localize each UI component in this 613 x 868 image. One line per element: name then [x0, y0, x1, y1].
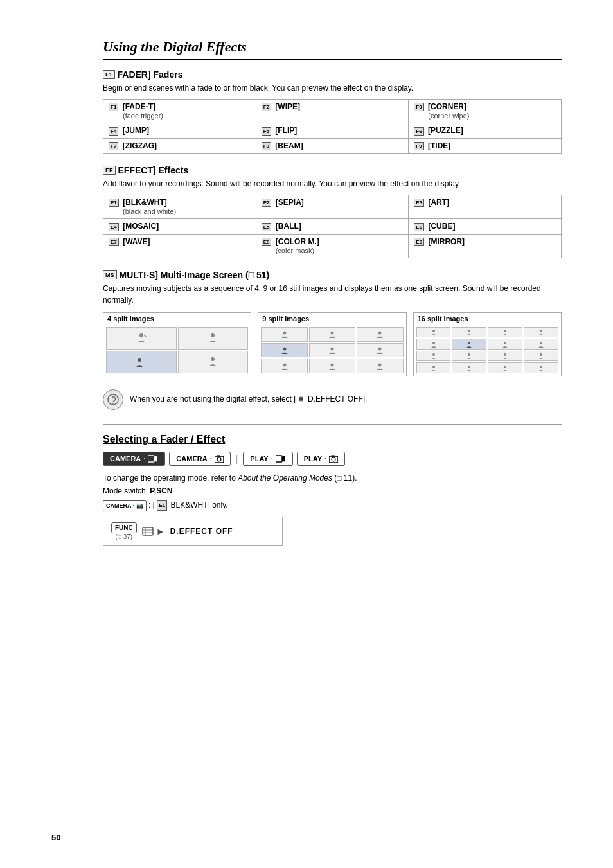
camera-video-btn[interactable]: CAMERA · — [103, 452, 165, 466]
split-cell — [524, 339, 558, 350]
svg-point-40 — [332, 457, 335, 461]
split-9-grid — [258, 324, 405, 376]
page-number: 50 — [51, 833, 60, 842]
func-display-icon — [142, 526, 154, 537]
play-photo-label: PLAY — [304, 455, 322, 463]
fader-label-4: [JUMP] — [123, 126, 149, 135]
svg-point-0 — [139, 333, 143, 337]
effect-icon-4: E4 — [109, 223, 119, 231]
split-16-title: 16 split images — [414, 313, 561, 324]
svg-point-6 — [330, 332, 333, 335]
page-title: Using the Digital Effects — [103, 39, 562, 55]
svg-point-16 — [504, 330, 506, 332]
camera-photo-btn[interactable]: CAMERA · — [169, 452, 230, 466]
split-cell — [416, 362, 451, 373]
fader-icon-9: F9 — [414, 142, 423, 150]
effect-sublabel-1: (black and white) — [109, 208, 176, 215]
svg-rect-32 — [148, 456, 154, 462]
fader-desc: Begin or end scenes with a fade to or fr… — [103, 82, 562, 94]
effect-title-text: EFFECT] Effects — [118, 165, 189, 175]
page: Using the Digital Effects F1 FADER] Fade… — [0, 0, 613, 868]
multi-s-title: MS MULTI-S] Multi-Image Screen (□ 51) — [103, 270, 562, 280]
svg-point-3 — [138, 358, 141, 362]
table-row: E7 [WAVE] E8 [COLOR M.] (color mask) E9 … — [103, 234, 562, 258]
camera-video-suffix: · — [143, 455, 145, 463]
fader-label-8: [BEAM] — [275, 141, 303, 150]
svg-point-2 — [211, 333, 215, 337]
note-icon — [103, 389, 123, 410]
fader-icon-5: F5 — [262, 127, 271, 136]
svg-point-21 — [540, 342, 542, 344]
svg-point-26 — [432, 366, 435, 368]
effect-icon: EF — [103, 166, 116, 175]
effect-item-1: E1 [BLK&WHT] (black and white) — [103, 195, 256, 218]
mode-desc: To change the operating mode, refer to A… — [103, 472, 562, 484]
split-cell — [178, 351, 249, 373]
svg-line-1 — [144, 335, 146, 337]
fader-sublabel-3: (corner wipe) — [414, 112, 469, 120]
fader-icon: F1 — [103, 70, 115, 79]
fader-section: F1 FADER] Faders Begin or end scenes wit… — [103, 69, 562, 154]
split-cell — [524, 362, 558, 373]
split-cell — [452, 339, 486, 350]
split-cell — [524, 351, 558, 362]
effect-icon-8: E8 — [262, 238, 272, 246]
split-cell — [357, 343, 403, 358]
split-box-4: 4 split images — [103, 312, 251, 376]
fader-icon-3: F0 — [414, 103, 423, 111]
fader-label-3: [CORNER] — [428, 102, 466, 111]
fader-icon-7: F7 — [109, 142, 118, 150]
note-text: When you are not using the digital effec… — [130, 389, 367, 405]
effect-icon-5: E5 — [262, 223, 272, 231]
effect-label-4: [MOSAIC] — [123, 222, 159, 231]
svg-point-23 — [468, 353, 470, 356]
split-cell — [524, 327, 558, 338]
play-video-label: PLAY — [250, 455, 268, 463]
split-cell — [488, 327, 522, 338]
fader-icon-4: F4 — [109, 127, 118, 136]
effect-table: E1 [BLK&WHT] (black and white) E2 [SEPIA… — [103, 195, 562, 258]
camera-photo-suffix: · — [210, 455, 212, 463]
svg-rect-42 — [143, 527, 153, 535]
fader-icon-8: F8 — [262, 142, 271, 150]
mode-buttons-row: CAMERA · CAMERA · | PLAY · PLAY · — [103, 452, 562, 466]
svg-point-22 — [432, 353, 435, 356]
effect-icon-6: E6 — [414, 223, 424, 231]
multi-s-section: MS MULTI-S] Multi-Image Screen (□ 51) Ca… — [103, 270, 562, 376]
effect-section: EF EFFECT] Effects Add flavor to your re… — [103, 165, 562, 258]
split-cell — [416, 339, 451, 350]
play-photo-btn[interactable]: PLAY · — [297, 452, 345, 466]
play-video-suffix: · — [271, 455, 273, 463]
fader-table: F1 [FADE-T] (fade trigger) F2 [WIPE] F0 … — [103, 99, 562, 154]
fader-icon-6: F6 — [414, 127, 423, 136]
fader-label-5: [FLIP] — [275, 126, 297, 135]
fader-item-7: F7 [ZIGZAG] — [103, 138, 256, 153]
effect-icon-9: E9 — [414, 238, 424, 246]
svg-point-24 — [504, 353, 506, 356]
func-badge: FUNC — [111, 522, 137, 533]
svg-rect-37 — [276, 456, 282, 462]
split-cell — [106, 351, 177, 373]
camera-video-label: CAMERA — [110, 455, 141, 463]
func-sub: (□ 37) — [116, 533, 133, 540]
effect-label-2: [SEPIA] — [276, 198, 304, 207]
play-video-btn[interactable]: PLAY · — [243, 452, 292, 466]
camera-note: CAMERA · 📷 : [ E1 BLK&WHT] only. — [103, 499, 562, 512]
table-row: E4 [MOSAIC] E5 [BALL] E6 [CUBE] — [103, 219, 562, 234]
split-cell — [452, 362, 486, 373]
split-cell — [261, 359, 307, 373]
split-cell — [488, 339, 522, 350]
multi-s-icon: MS — [103, 270, 117, 279]
split-cell — [357, 359, 403, 373]
fader-item-2: F2 [WIPE] — [256, 100, 409, 123]
table-row: F7 [ZIGZAG] F8 [BEAM] F9 [TIDE] — [103, 138, 562, 153]
fader-item-1: F1 [FADE-T] (fade trigger) — [103, 100, 256, 123]
effect-icon-7: E7 — [109, 238, 119, 246]
split-cell — [452, 351, 486, 362]
split-4-grid — [103, 324, 251, 376]
fader-label-7: [ZIGZAG] — [123, 141, 157, 150]
svg-point-11 — [283, 363, 286, 366]
mode-sep: | — [235, 454, 240, 464]
fader-label-1: [FADE-T] — [123, 102, 155, 111]
blk-icon: E1 — [157, 500, 167, 511]
